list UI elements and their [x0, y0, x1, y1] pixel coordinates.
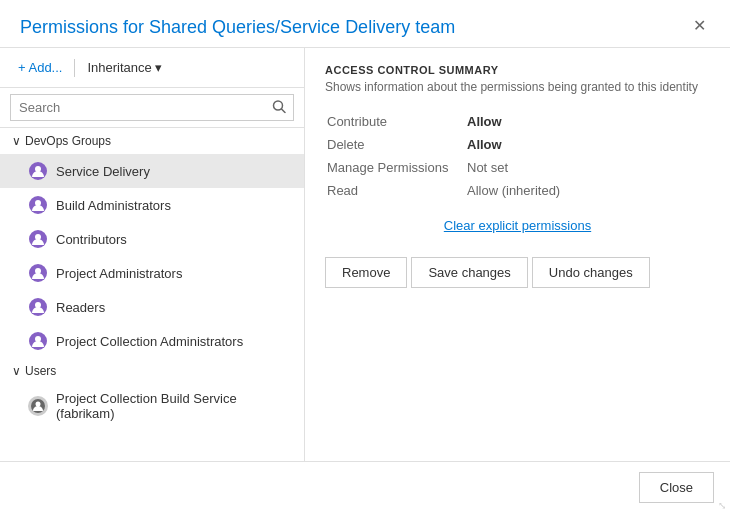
permission-row: Manage Permissions Not set — [325, 156, 710, 179]
close-x-button[interactable]: ✕ — [689, 16, 710, 36]
permission-row: Read Allow (inherited) — [325, 179, 710, 202]
user-avatar-icon — [28, 396, 48, 416]
dialog-title: Permissions for Shared Queries/Service D… — [20, 16, 455, 39]
dialog-header: Permissions for Shared Queries/Service D… — [0, 0, 730, 47]
list-item-label: Service Delivery — [56, 164, 150, 179]
toolbar-divider — [74, 59, 75, 77]
resize-handle-icon: ⤡ — [718, 500, 726, 511]
perm-value: Allow — [465, 133, 710, 156]
group-avatar-icon — [28, 297, 48, 317]
inheritance-button[interactable]: Inheritance ▾ — [81, 56, 167, 79]
list-item[interactable]: Service Delivery — [0, 154, 304, 188]
permissions-table: Contribute Allow Delete Allow Manage Per… — [325, 110, 710, 202]
acs-subtitle: Shows information about the permissions … — [325, 80, 710, 94]
devops-groups-label: DevOps Groups — [25, 134, 111, 148]
group-list: ∨ DevOps Groups Service Delivery — [0, 128, 304, 461]
perm-label: Delete — [325, 133, 465, 156]
perm-value: Not set — [465, 156, 710, 179]
list-item[interactable]: Project Administrators — [0, 256, 304, 290]
perm-value: Allow (inherited) — [465, 179, 710, 202]
group-avatar-icon — [28, 161, 48, 181]
group-avatar-icon — [28, 229, 48, 249]
chevron-down-icon: ▾ — [155, 60, 162, 75]
dialog-footer: Close ⤡ — [0, 461, 730, 513]
collapse-users-icon: ∨ — [12, 364, 21, 378]
permission-row: Delete Allow — [325, 133, 710, 156]
permission-row: Contribute Allow — [325, 110, 710, 133]
list-item-label: Project Administrators — [56, 266, 182, 281]
users-header[interactable]: ∨ Users — [0, 358, 304, 384]
list-item-label: Contributors — [56, 232, 127, 247]
perm-label: Read — [325, 179, 465, 202]
list-item-label: Readers — [56, 300, 105, 315]
list-item[interactable]: Contributors — [0, 222, 304, 256]
add-button[interactable]: + Add... — [12, 56, 68, 79]
list-item[interactable]: Readers — [0, 290, 304, 324]
search-icon[interactable] — [270, 97, 288, 118]
perm-label: Contribute — [325, 110, 465, 133]
undo-changes-button[interactable]: Undo changes — [532, 257, 650, 288]
list-item[interactable]: Build Administrators — [0, 188, 304, 222]
user-item-label: Project Collection Build Service (fabrik… — [56, 391, 292, 421]
right-panel: ACCESS CONTROL SUMMARY Shows information… — [305, 48, 730, 461]
group-avatar-icon — [28, 263, 48, 283]
left-panel: + Add... Inheritance ▾ ∨ — [0, 48, 305, 461]
perm-label: Manage Permissions — [325, 156, 465, 179]
search-box — [0, 88, 304, 128]
spacer — [325, 288, 710, 445]
collapse-icon: ∨ — [12, 134, 21, 148]
search-input[interactable] — [10, 94, 294, 121]
perm-value: Allow — [465, 110, 710, 133]
toolbar: + Add... Inheritance ▾ — [0, 48, 304, 88]
action-buttons: Remove Save changes Undo changes — [325, 257, 710, 288]
acs-title: ACCESS CONTROL SUMMARY — [325, 64, 710, 76]
users-label: Users — [25, 364, 56, 378]
dialog-body: + Add... Inheritance ▾ ∨ — [0, 47, 730, 461]
group-avatar-icon — [28, 195, 48, 215]
svg-line-1 — [282, 109, 286, 113]
close-footer-button[interactable]: Close — [639, 472, 714, 503]
remove-button[interactable]: Remove — [325, 257, 407, 288]
inheritance-label: Inheritance — [87, 60, 151, 75]
list-item-label: Build Administrators — [56, 198, 171, 213]
save-changes-button[interactable]: Save changes — [411, 257, 527, 288]
group-avatar-icon — [28, 331, 48, 351]
permissions-dialog: Permissions for Shared Queries/Service D… — [0, 0, 730, 513]
list-item[interactable]: Project Collection Build Service (fabrik… — [0, 384, 304, 428]
svg-point-15 — [36, 402, 41, 407]
list-item-label: Project Collection Administrators — [56, 334, 243, 349]
clear-explicit-permissions-link[interactable]: Clear explicit permissions — [325, 218, 710, 233]
list-item[interactable]: Project Collection Administrators — [0, 324, 304, 358]
devops-groups-header[interactable]: ∨ DevOps Groups — [0, 128, 304, 154]
